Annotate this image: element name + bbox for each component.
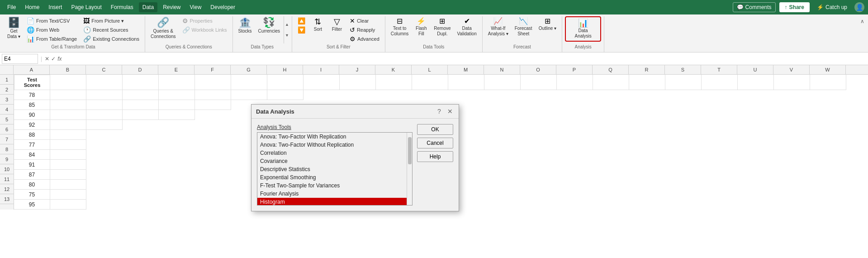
text-to-columns-button[interactable]: ⊟ Text toColumns [388,16,411,38]
row-header-3[interactable]: 3 [0,95,14,105]
menu-pagelayout[interactable]: Page Layout [67,2,105,12]
cell-o1[interactable] [521,75,557,90]
user-avatar[interactable]: 👤 [854,2,864,12]
cell-c1[interactable] [86,75,123,90]
cell-h1[interactable] [267,75,304,90]
list-item-anova1[interactable]: Anova: Two-Factor With Replication [257,133,407,141]
row-header-1[interactable]: 1 [0,75,14,85]
menu-view[interactable]: View [186,2,205,12]
sort-za-button[interactable]: 🔽 [295,25,308,34]
cell-a13[interactable]: 95 [14,200,50,210]
get-data-button[interactable]: 🗄️ GetData ▾ [5,16,23,41]
menu-review[interactable]: Review [159,2,184,12]
row-header-11[interactable]: 11 [0,174,14,184]
cell-c5[interactable] [86,120,123,130]
comments-button[interactable]: 💬 Comments [733,2,776,12]
row-header-6[interactable]: 6 [0,124,14,134]
col-header-t[interactable]: T [701,65,737,74]
row-header-13[interactable]: 13 [0,194,14,204]
col-header-h[interactable]: H [267,65,303,74]
list-item-ftest[interactable]: F-Test Two-Sample for Variances [257,182,407,190]
outline-button[interactable]: ⊞ Outline ▾ [536,16,559,33]
col-header-m[interactable]: M [448,65,484,74]
list-item-histogram[interactable]: Histogram [257,198,407,205]
from-web-button[interactable]: 🌐 From Web [24,25,80,34]
list-item-descriptive[interactable]: Descriptive Statistics [257,165,407,173]
list-item-fourier[interactable]: Fourier Analysis [257,190,407,198]
cell-b5[interactable] [50,120,86,130]
list-scrollbar[interactable] [407,133,412,205]
cell-d1[interactable] [123,75,159,90]
recent-sources-button[interactable]: 🕐 Recent Sources [81,25,142,34]
confirm-formula-icon[interactable]: ✓ [51,56,56,62]
cell-c3[interactable] [86,100,123,110]
cell-a10[interactable]: 87 [14,170,50,180]
cell-a8[interactable]: 84 [14,150,50,160]
cell-q1[interactable] [593,75,629,90]
cell-b2[interactable] [50,90,86,100]
col-header-q[interactable]: Q [593,65,629,74]
cell-a12[interactable]: 75 [14,190,50,200]
from-picture-button[interactable]: 🖼 From Picture ▾ [81,16,142,25]
list-item-covariance[interactable]: Covariance [257,157,407,165]
cell-w1[interactable] [810,75,846,90]
cell-b7[interactable] [50,140,86,150]
cell-b8[interactable] [50,150,86,160]
cell-i1[interactable] [304,75,340,90]
cell-j1[interactable] [340,75,376,90]
cell-f2[interactable] [195,90,231,100]
col-header-n[interactable]: N [484,65,520,74]
cell-v1[interactable] [774,75,810,90]
cell-g1[interactable] [231,75,267,90]
list-item-correlation[interactable]: Correlation [257,149,407,157]
cell-f3[interactable] [195,100,231,110]
insert-function-icon[interactable]: fx [57,56,62,62]
stocks-button[interactable]: 🏦 Stocks [236,16,255,35]
col-header-b[interactable]: B [50,65,86,74]
menu-home[interactable]: Home [21,2,43,12]
col-header-j[interactable]: J [339,65,375,74]
cell-b10[interactable] [50,170,86,180]
ribbon-collapse[interactable]: ∧ [859,16,866,26]
col-header-i[interactable]: I [303,65,339,74]
share-button[interactable]: ↑ Share [779,2,810,12]
from-text-csv-button[interactable]: 📄 From Text/CSV [24,16,80,25]
cell-a2[interactable]: 78 [14,90,50,100]
cell-b9[interactable] [50,160,86,170]
cell-reference[interactable]: E4 [2,54,38,64]
ok-button[interactable]: OK [417,124,453,135]
cell-l1[interactable] [412,75,448,90]
data-analysis-button[interactable]: 📊 Data Analysis [565,16,601,42]
data-validation-button[interactable]: ✔ DataValidation [455,16,479,38]
data-types-scroll[interactable]: ▲ ▼ [284,16,289,43]
row-header-10[interactable]: 10 [0,164,14,174]
cell-k1[interactable] [376,75,412,90]
menu-formulas[interactable]: Formulas [107,2,137,12]
col-header-o[interactable]: O [520,65,556,74]
workbook-links-button[interactable]: 🔗 Workbook Links [180,25,230,34]
col-header-v[interactable]: V [773,65,810,74]
col-header-u[interactable]: U [737,65,773,74]
col-header-l[interactable]: L [412,65,448,74]
cell-d3[interactable] [123,100,159,110]
col-header-r[interactable]: R [629,65,665,74]
forecast-sheet-button[interactable]: 📉 ForecastSheet [512,16,535,38]
cell-b13[interactable] [50,200,86,210]
filter-button[interactable]: ▽ Filter [328,16,346,33]
row-header-9[interactable]: 9 [0,154,14,164]
formula-input[interactable] [63,54,866,64]
queries-connections-button[interactable]: 🔗 Queries &Connections [148,16,179,41]
cell-d4[interactable] [123,110,159,120]
cell-a7[interactable]: 77 [14,140,50,150]
col-header-g[interactable]: G [231,65,267,74]
cell-r1[interactable] [629,75,665,90]
cell-e1[interactable] [159,75,195,90]
cell-p1[interactable] [557,75,593,90]
catchup-button[interactable]: ⚡ Catch up [813,3,851,12]
col-header-e[interactable]: E [158,65,194,74]
cancel-button[interactable]: Cancel [417,138,453,148]
advanced-button[interactable]: ⚙ Advanced [347,34,382,43]
cell-b12[interactable] [50,190,86,200]
currencies-button[interactable]: 💱 Currencies [256,16,283,35]
list-item-anova2[interactable]: Anova: Two-Factor Without Replication [257,141,407,149]
